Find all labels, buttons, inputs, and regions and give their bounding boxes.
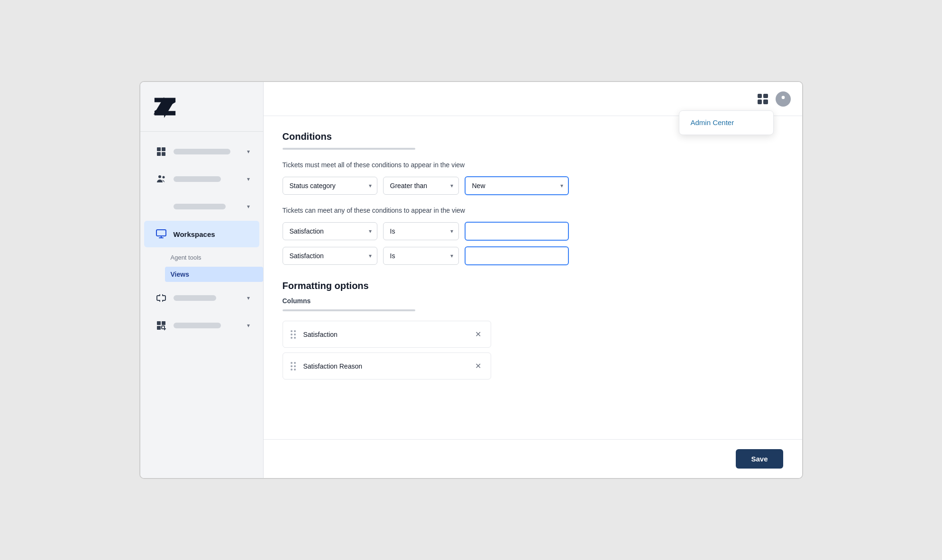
header-icons	[758, 91, 791, 107]
column-label-satisfaction-reason: Satisfaction Reason	[303, 362, 473, 370]
svg-rect-4	[162, 152, 165, 156]
workspaces-label: Workspaces	[174, 230, 215, 238]
sub-nav-agent-tools: Agent tools	[165, 250, 263, 265]
column-label-satisfaction: Satisfaction	[303, 331, 473, 338]
column-item-satisfaction: Satisfaction ✕	[283, 321, 491, 348]
drag-handle-satisfaction-reason[interactable]	[291, 362, 296, 370]
users-icon	[154, 172, 169, 187]
all-condition-row-0: Status category Satisfaction Priority Ty…	[283, 176, 783, 195]
content-area: Conditions Tickets must meet all of thes…	[264, 116, 802, 439]
chevron-down-icon-routing: ▾	[247, 295, 250, 301]
chevron-down-icon: ▾	[247, 148, 250, 155]
svg-rect-9	[162, 321, 165, 325]
any-condition-row-0: Satisfaction Status category Priority ▾ …	[283, 222, 783, 241]
sidebar-item-workspaces[interactable]: Workspaces	[144, 221, 259, 247]
svg-rect-7	[156, 230, 166, 236]
workspaces-icon	[154, 226, 169, 242]
svg-point-5	[158, 175, 161, 178]
nav-label-routing	[174, 295, 242, 301]
any-conditions-text: Tickets can meet any of these conditions…	[283, 207, 783, 214]
value-select-0[interactable]: New Open Pending On-hold Solved Closed	[465, 176, 569, 195]
operator-select-wrapper-0: Is Is not Greater than Less than ▾	[383, 177, 459, 195]
svg-rect-1	[157, 147, 161, 151]
routing-icon	[154, 290, 169, 306]
main-content: Admin Center Conditions Tickets must mee…	[264, 82, 802, 478]
sidebar-item-buildings[interactable]: ▾	[144, 138, 259, 165]
sidebar-item-routing[interactable]: ▾	[144, 285, 259, 311]
columns-divider	[283, 309, 415, 311]
operator-select-0[interactable]: Is Is not Greater than Less than	[383, 177, 459, 195]
svg-rect-3	[157, 152, 161, 156]
chevron-down-icon-channels: ▾	[247, 203, 250, 210]
sidebar-logo	[140, 82, 263, 132]
conditions-section: Conditions Tickets must meet all of thes…	[283, 131, 783, 265]
drag-handle-satisfaction[interactable]	[291, 330, 296, 339]
any-field-select-0[interactable]: Satisfaction Status category Priority	[283, 222, 377, 240]
any-operator-select-0[interactable]: Is Is not	[383, 222, 459, 240]
any-field-select-1[interactable]: Satisfaction Status category Priority	[283, 247, 377, 265]
svg-rect-10	[157, 326, 161, 330]
column-item-satisfaction-reason: Satisfaction Reason ✕	[283, 352, 491, 379]
zendesk-logo-icon	[152, 95, 178, 118]
admin-center-link[interactable]: Admin Center	[691, 118, 734, 126]
sidebar-item-apps[interactable]: ▾	[144, 312, 259, 339]
svg-rect-8	[157, 321, 161, 325]
any-field-select-wrapper-1: Satisfaction Status category Priority ▾	[283, 247, 377, 265]
columns-label: Columns	[283, 297, 783, 305]
svg-point-6	[162, 176, 165, 179]
sub-nav-workspaces: Agent tools Views	[140, 248, 263, 284]
svg-marker-0	[154, 98, 175, 116]
buildings-icon	[154, 144, 169, 159]
any-operator-select-1[interactable]: Is Is not	[383, 247, 459, 265]
app-frame: ▾ ▾ ▾	[139, 81, 803, 479]
nav-label-buildings	[174, 149, 242, 154]
svg-rect-2	[162, 147, 165, 151]
field-select-wrapper-0: Status category Satisfaction Priority Ty…	[283, 177, 377, 195]
admin-dropdown: Admin Center	[679, 110, 774, 135]
any-value-input-0[interactable]: Good with comment	[465, 222, 569, 241]
svg-point-14	[781, 96, 785, 99]
sidebar-item-users[interactable]: ▾	[144, 166, 259, 192]
remove-satisfaction-button[interactable]: ✕	[473, 328, 483, 341]
all-conditions-text: Tickets must meet all of these condition…	[283, 161, 783, 169]
sidebar: ▾ ▾ ▾	[140, 82, 264, 478]
any-operator-select-wrapper-0: Is Is not ▾	[383, 222, 459, 240]
value-select-wrapper-0: New Open Pending On-hold Solved Closed ▾	[465, 176, 569, 195]
sidebar-item-channels[interactable]: ▾	[144, 193, 259, 220]
any-condition-row-1: Satisfaction Status category Priority ▾ …	[283, 246, 783, 265]
nav-label-channels	[174, 204, 242, 209]
field-select-0[interactable]: Status category Satisfaction Priority Ty…	[283, 177, 377, 195]
remove-satisfaction-reason-button[interactable]: ✕	[473, 360, 483, 372]
sidebar-nav: ▾ ▾ ▾	[140, 132, 263, 478]
nav-label-users	[174, 176, 242, 182]
footer: Save	[264, 439, 802, 478]
save-button[interactable]: Save	[736, 449, 783, 469]
sidebar-item-views[interactable]: Views	[165, 267, 263, 282]
conditions-divider	[283, 148, 415, 150]
any-field-select-wrapper-0: Satisfaction Status category Priority ▾	[283, 222, 377, 240]
apps-icon	[154, 318, 169, 333]
chevron-down-icon-apps: ▾	[247, 322, 250, 329]
formatting-title: Formatting options	[283, 280, 783, 291]
nav-label-apps	[174, 323, 242, 328]
nav-label-workspaces: Workspaces	[174, 230, 245, 238]
user-avatar[interactable]	[776, 91, 791, 107]
any-operator-select-wrapper-1: Is Is not ▾	[383, 247, 459, 265]
arrows-icon	[154, 199, 169, 214]
any-value-input-1[interactable]: Bad with comment	[465, 246, 569, 265]
formatting-section: Formatting options Columns Satisfaction …	[283, 280, 783, 379]
chevron-down-icon-users: ▾	[247, 176, 250, 182]
grid-apps-icon[interactable]	[758, 94, 768, 104]
header: Admin Center	[264, 82, 802, 116]
